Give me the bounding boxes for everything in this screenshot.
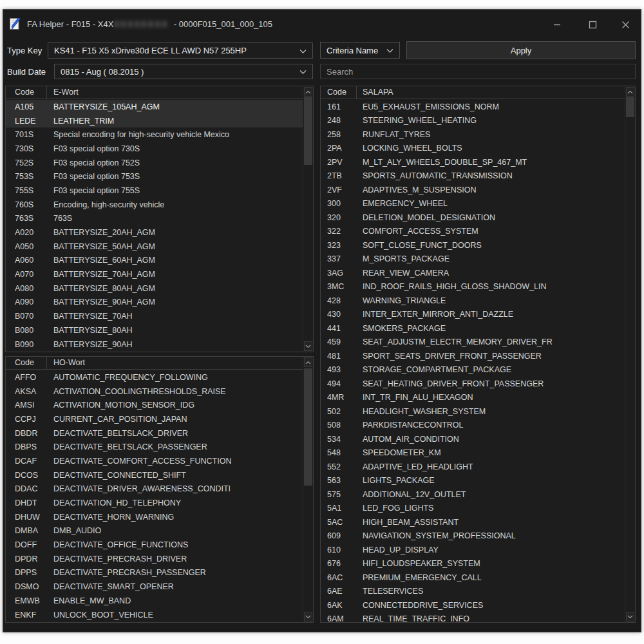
table-row[interactable]: 508PARKDISTANCECONTROL — [321, 419, 625, 433]
table-row[interactable]: AFFOAUTOMATIC_FREQUENCY_FOLLOWING — [6, 370, 303, 384]
table-row[interactable]: DSMODEACTIVATE_SMART_OPENER — [6, 580, 303, 594]
table-row[interactable]: AMSIACTIVATION_MOTION_SENSOR_IDG — [6, 398, 303, 412]
column-header-code[interactable]: Code — [321, 86, 356, 99]
search-input[interactable] — [320, 64, 636, 79]
table-row[interactable]: DCOSDEACTIVATE_CONNECTED_SHIFT — [6, 468, 303, 482]
table-row[interactable]: 2VFADAPTIVES_M_SUSPENSION — [321, 183, 625, 197]
table-row[interactable]: AKSAACTIVATION_COOLINGTHRESHOLDS_RAISE — [6, 384, 303, 399]
table-row[interactable]: 502HEADLIGHT_WASHER_SYSTEM — [321, 404, 625, 419]
table-row[interactable]: 3MCIND_ROOF_RAILS_HIGH_GLOSS_SHADOW_LIN — [321, 280, 625, 294]
table-row[interactable]: 6AETELESERVICES — [321, 585, 625, 599]
table-row[interactable]: 494SEAT_HEATING_DRIVER_FRONT_PASSENGER — [321, 377, 625, 391]
howort-scrollbar[interactable] — [303, 357, 313, 622]
table-row[interactable]: 610HEAD_UP_DISPLAY — [321, 543, 625, 557]
table-row[interactable]: 300EMERGENCY_WHEEL — [321, 197, 625, 211]
ewort-scrollbar[interactable] — [303, 86, 313, 352]
column-header-salapa[interactable]: SALAPA — [356, 86, 393, 99]
table-row[interactable]: DPDRDEACTIVATE_PRECRASH_DRIVER — [6, 552, 303, 566]
table-row[interactable]: ENKFUNLOCK_BOOT_VEHICLE — [6, 608, 303, 622]
table-row[interactable]: 534AUTOM_AIR_CONDITION — [321, 432, 625, 446]
table-row[interactable]: 481SPORT_SEATS_DRIVER_FRONT_PASSENGER — [321, 349, 625, 363]
criteria-select[interactable]: Criteria Name — [320, 42, 400, 59]
table-row[interactable]: DPPSDEACTIVATE_PRECRASH_PASSENGER — [6, 566, 303, 580]
table-row[interactable]: 320DELETION_MODEL_DESIGNATION — [321, 211, 625, 225]
table-row[interactable]: 763S763S — [6, 212, 303, 226]
table-row[interactable]: 322COMFORT_ACCESS_SYSTEM — [321, 225, 625, 239]
scroll-up-icon[interactable] — [626, 87, 634, 97]
scroll-up-icon[interactable] — [304, 87, 312, 97]
close-button[interactable] — [616, 15, 635, 33]
table-row[interactable]: 701SSpecial encoding for high-security v… — [6, 128, 303, 142]
column-header-code[interactable]: Code — [6, 357, 46, 369]
table-row[interactable]: 730SF03 special option 730S — [6, 142, 303, 156]
scrollbar-thumb[interactable] — [626, 97, 634, 117]
table-row[interactable]: B080BATTERYSIZE_80AH — [6, 323, 303, 337]
scroll-down-icon[interactable] — [304, 612, 312, 621]
table-row[interactable]: 563LIGHTS_PACKAGE — [321, 474, 625, 488]
table-row[interactable]: 760SEncoding, high-security vehicle — [6, 198, 303, 212]
scrollbar-thumb[interactable] — [304, 368, 312, 486]
table-row[interactable]: 323SOFT_CLOSE_FUNCT_DOORS — [321, 238, 625, 252]
table-row[interactable]: 4MRINT_TR_FIN_ALU_HEXAGON — [321, 391, 625, 405]
scroll-up-icon[interactable] — [304, 357, 312, 367]
table-row[interactable]: 459SEAT_ADJUSTM_ELECTR_MEMORY_DRIVER_FR — [321, 336, 625, 350]
maximize-button[interactable] — [583, 15, 602, 33]
table-row[interactable]: 5ACHIGH_BEAM_ASSISTANT — [321, 515, 625, 529]
table-row[interactable]: 430INTER_EXTER_MIRROR_ANTI_DAZZLE — [321, 308, 625, 322]
table-row[interactable]: 6AMREAL_TIME_TRAFFIC_INFO — [321, 612, 625, 623]
salapa-scrollbar[interactable] — [625, 86, 635, 622]
table-row[interactable]: B090BATTERYSIZE_90AH — [6, 337, 303, 352]
scrollbar-thumb[interactable] — [304, 97, 312, 165]
type-key-select[interactable]: KS41 - F15 X5 xDrive30d ECE LL AWD N57 2… — [48, 43, 313, 59]
table-row[interactable]: 337M_SPORTS_PACKAGE — [321, 252, 625, 267]
table-row[interactable]: A020BATTERYSIZE_20AH_AGM — [6, 225, 303, 240]
table-row[interactable]: 6ACPREMIUM_EMERGENCY_CALL — [321, 571, 625, 585]
table-row[interactable]: 2PVM_LT_ALY_WHEELS_DOUBLE_SP_467_MT — [321, 155, 625, 169]
salapa-header[interactable]: Code SALAPA — [321, 86, 625, 99]
table-row[interactable]: 248STEERING_WHEEL_HEATING — [321, 114, 625, 128]
apply-button[interactable]: Apply — [406, 41, 636, 59]
column-header-ewort[interactable]: E-Wort — [46, 86, 79, 99]
table-row[interactable]: 161EU5_EXHAUST_EMISSIONS_NORM — [321, 100, 625, 114]
table-row[interactable]: DHUWDEACTIVATE_HORN_WARNING — [6, 510, 303, 524]
column-header-howort[interactable]: HO-Wort — [46, 357, 85, 369]
table-row[interactable]: DOFFDEACTIVATE_OFFICE_FUNCTIONS — [6, 538, 303, 552]
table-row[interactable]: A105BATTERYSIZE_105AH_AGM — [6, 100, 303, 114]
howort-header[interactable]: Code HO-Wort — [6, 357, 303, 370]
scroll-down-icon[interactable] — [304, 341, 312, 351]
build-date-select[interactable]: 0815 - Aug ( 08.2015 ) — [54, 64, 313, 79]
table-row[interactable]: 3AGREAR_VIEW_CAMERA — [321, 266, 625, 280]
table-row[interactable]: DHDTDEACTIVATION_HD_TELEPHONY — [6, 496, 303, 510]
table-row[interactable]: LEDELEATHER_TRIM — [6, 114, 303, 128]
table-row[interactable]: 609NAVIGATION_SYSTEM_PROFESSIONAL — [321, 529, 625, 544]
table-row[interactable]: DBPSDEACTIVATE_BELTSLACK_PASSENGER — [6, 440, 303, 454]
table-row[interactable]: 428WARNING_TRIANGLE — [321, 294, 625, 308]
table-row[interactable]: 676HIFI_LOUDSPEAKER_SYSTEM — [321, 557, 625, 571]
table-row[interactable]: A050BATTERYSIZE_50AH_AGM — [6, 240, 303, 254]
table-row[interactable]: DMBADMB_AUDIO — [6, 524, 303, 538]
table-row[interactable]: A060BATTERYSIZE_60AH_AGM — [6, 254, 303, 268]
table-row[interactable]: EMWBENABLE_MW_BAND — [6, 594, 303, 608]
table-row[interactable]: DDACDEACTIVATE_DRIVER_AWARENESS_CONDITI — [6, 482, 303, 497]
table-row[interactable]: 5A1LED_FOG_LIGHTS — [321, 502, 625, 516]
table-row[interactable]: DBDRDEACTIVATE_BELTSLACK_DRIVER — [6, 426, 303, 440]
table-row[interactable]: 753SF03 special option 753S — [6, 169, 303, 184]
table-row[interactable]: 548SPEEDOMETER_KM — [321, 446, 625, 460]
table-row[interactable]: 552ADAPTIVE_LED_HEADLIGHT — [321, 460, 625, 474]
table-row[interactable]: A080BATTERYSIZE_80AH_AGM — [6, 281, 303, 296]
table-row[interactable]: 752SF03 special option 752S — [6, 156, 303, 170]
table-row[interactable]: A090BATTERYSIZE_90AH_AGM — [6, 296, 303, 310]
table-row[interactable]: 2TBSPORTS_AUTOMATIC_TRANSMISSION — [321, 169, 625, 184]
table-row[interactable]: A070BATTERYSIZE_70AH_AGM — [6, 267, 303, 281]
scroll-down-icon[interactable] — [626, 612, 634, 621]
minimize-button[interactable] — [547, 15, 567, 33]
table-row[interactable]: 2PALOCKING_WHEEL_BOLTS — [321, 142, 625, 156]
table-row[interactable]: 258RUNFLAT_TYRES — [321, 128, 625, 142]
table-row[interactable]: 575ADDITIONAL_12V_OUTLET — [321, 488, 625, 502]
table-row[interactable]: 493STORAGE_COMPARTMENT_PACKAGE — [321, 363, 625, 377]
ewort-header[interactable]: Code E-Wort — [6, 86, 303, 99]
table-row[interactable]: DCAFDEACTIVATE_COMFORT_ACCESS_FUNCTION — [6, 454, 303, 468]
table-row[interactable]: CCPJCURRENT_CAR_POSITION_JAPAN — [6, 412, 303, 426]
table-row[interactable]: B070BATTERYSIZE_70AH — [6, 309, 303, 323]
column-header-code[interactable]: Code — [6, 86, 46, 99]
